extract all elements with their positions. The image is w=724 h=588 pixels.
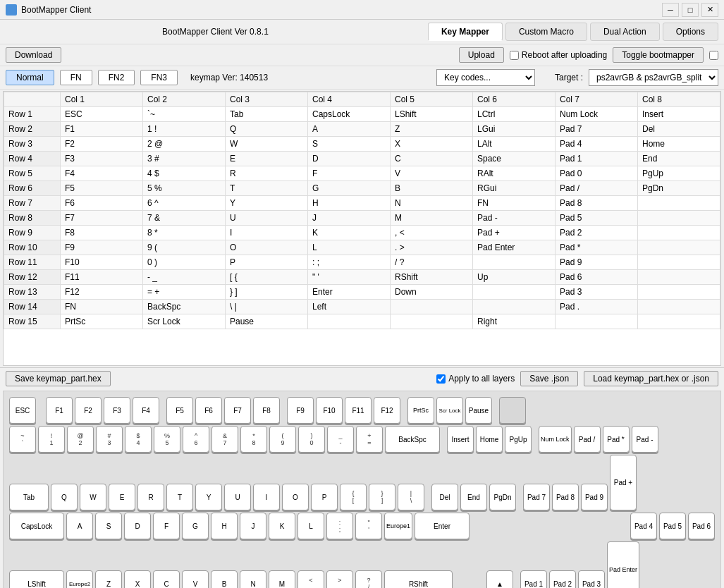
key-pgup[interactable]: PgUp bbox=[505, 426, 532, 453]
key-9[interactable]: (9 bbox=[269, 426, 296, 453]
table-cell[interactable]: F3 bbox=[61, 152, 143, 166]
table-cell[interactable] bbox=[638, 270, 720, 285]
key-europe2[interactable]: Europe2 bbox=[66, 570, 93, 588]
key-x[interactable]: X bbox=[124, 570, 151, 588]
table-cell[interactable] bbox=[473, 285, 556, 300]
table-cell[interactable]: L bbox=[308, 240, 391, 255]
table-cell[interactable]: Enter bbox=[308, 285, 391, 300]
table-cell[interactable]: Pad 7 bbox=[556, 122, 638, 137]
table-cell[interactable]: F4 bbox=[61, 166, 143, 181]
save-hex-button[interactable]: Save keymap_part.hex bbox=[6, 371, 111, 386]
table-cell[interactable]: Pad 9 bbox=[556, 255, 638, 270]
table-cell[interactable]: F9 bbox=[61, 240, 143, 255]
table-cell[interactable]: X bbox=[391, 137, 473, 152]
table-cell[interactable]: J bbox=[308, 211, 391, 226]
table-cell[interactable]: BackSpc bbox=[143, 300, 226, 314]
table-cell[interactable]: Pad 2 bbox=[556, 226, 638, 240]
key-rbracket[interactable]: }] bbox=[369, 484, 395, 510]
table-cell[interactable]: Pad + bbox=[473, 226, 556, 240]
minimize-button[interactable]: ─ bbox=[662, 3, 679, 17]
key-period[interactable]: >. bbox=[326, 570, 353, 588]
key-a[interactable]: A bbox=[66, 513, 93, 539]
key-pad-plus[interactable]: Pad + bbox=[610, 455, 637, 510]
table-cell[interactable]: B bbox=[391, 181, 473, 196]
key-k[interactable]: K bbox=[269, 513, 295, 539]
key-end[interactable]: End bbox=[460, 484, 487, 510]
key-y[interactable]: Y bbox=[195, 484, 222, 510]
table-cell[interactable] bbox=[473, 300, 556, 314]
tab-key-mapper[interactable]: Key Mapper bbox=[428, 23, 503, 41]
table-cell[interactable]: U bbox=[226, 211, 308, 226]
table-cell[interactable]: Space bbox=[473, 152, 556, 166]
key-pad6[interactable]: Pad 6 bbox=[688, 513, 715, 539]
key-0[interactable]: )0 bbox=[298, 426, 325, 453]
key-u[interactable]: U bbox=[224, 484, 251, 510]
table-cell[interactable]: F bbox=[308, 166, 391, 181]
tab-custom-macro[interactable]: Custom Macro bbox=[505, 23, 587, 41]
key-f9[interactable]: F9 bbox=[287, 397, 314, 424]
key-scrlock[interactable]: Scr Lock bbox=[436, 397, 463, 424]
target-select[interactable]: ps2avrGB & ps2avrGB_split bbox=[589, 69, 718, 86]
key-g[interactable]: G bbox=[182, 513, 209, 539]
layer-normal-button[interactable]: Normal bbox=[6, 70, 54, 85]
key-pgdn[interactable]: PgDn bbox=[489, 484, 516, 510]
key-backslash[interactable]: |\ bbox=[398, 484, 424, 510]
table-cell[interactable]: 1 ! bbox=[143, 122, 226, 137]
key-f5[interactable]: F5 bbox=[166, 397, 193, 424]
key-pad2[interactable]: Pad 2 bbox=[549, 570, 576, 588]
table-cell[interactable]: N bbox=[391, 196, 473, 211]
key-2[interactable]: @2 bbox=[67, 426, 94, 453]
key-europe1[interactable]: Europe1 bbox=[384, 513, 412, 539]
table-cell[interactable]: Y bbox=[226, 196, 308, 211]
key-d[interactable]: D bbox=[124, 513, 151, 539]
table-cell[interactable]: W bbox=[226, 137, 308, 152]
key-codes-select[interactable]: Key codes... bbox=[436, 69, 535, 86]
key-f10[interactable]: F10 bbox=[316, 397, 343, 424]
key-pad-minus[interactable]: Pad - bbox=[632, 426, 658, 453]
table-cell[interactable]: . > bbox=[391, 240, 473, 255]
toggle-checkbox[interactable] bbox=[709, 51, 718, 60]
table-cell[interactable]: F10 bbox=[61, 255, 143, 270]
table-cell[interactable]: Pad 8 bbox=[556, 196, 638, 211]
tab-options[interactable]: Options bbox=[663, 23, 718, 41]
table-cell[interactable]: F12 bbox=[61, 285, 143, 300]
key-p[interactable]: P bbox=[311, 484, 338, 510]
key-home[interactable]: Home bbox=[476, 426, 503, 453]
table-cell[interactable]: Q bbox=[226, 122, 308, 137]
table-cell[interactable]: F7 bbox=[61, 211, 143, 226]
table-cell[interactable]: F11 bbox=[61, 270, 143, 285]
key-r[interactable]: R bbox=[137, 484, 164, 510]
table-cell[interactable]: End bbox=[638, 152, 720, 166]
key-quote[interactable]: "' bbox=[355, 513, 382, 539]
table-cell[interactable] bbox=[391, 300, 473, 314]
key-o[interactable]: O bbox=[282, 484, 309, 510]
table-cell[interactable]: C bbox=[391, 152, 473, 166]
key-pad-enter[interactable]: Pad Enter bbox=[607, 541, 639, 588]
key-up[interactable]: ▲ bbox=[486, 570, 513, 588]
table-cell[interactable]: Pad 4 bbox=[556, 137, 638, 152]
key-1[interactable]: !1 bbox=[38, 426, 65, 453]
key-backspace[interactable]: BackSpc bbox=[385, 426, 440, 453]
key-pad5[interactable]: Pad 5 bbox=[659, 513, 686, 539]
table-cell[interactable] bbox=[638, 300, 720, 314]
key-f2[interactable]: F2 bbox=[75, 397, 102, 424]
table-cell[interactable]: F8 bbox=[61, 226, 143, 240]
layer-fn3-button[interactable]: FN3 bbox=[140, 70, 178, 85]
table-cell[interactable]: F2 bbox=[61, 137, 143, 152]
table-cell[interactable]: " ' bbox=[308, 270, 391, 285]
upload-button[interactable]: Upload bbox=[459, 47, 504, 63]
table-cell[interactable]: PrtSc bbox=[61, 314, 143, 329]
key-b[interactable]: B bbox=[211, 570, 238, 588]
table-cell[interactable]: H bbox=[308, 196, 391, 211]
table-cell[interactable] bbox=[638, 255, 720, 270]
table-cell[interactable]: 7 & bbox=[143, 211, 226, 226]
table-cell[interactable]: , < bbox=[391, 226, 473, 240]
table-cell[interactable] bbox=[638, 285, 720, 300]
table-cell[interactable]: Pad . bbox=[556, 300, 638, 314]
table-cell[interactable]: Pad 6 bbox=[556, 270, 638, 285]
table-cell[interactable]: S bbox=[308, 137, 391, 152]
key-5[interactable]: %5 bbox=[154, 426, 180, 453]
table-cell[interactable]: 6 ^ bbox=[143, 196, 226, 211]
key-pad7[interactable]: Pad 7 bbox=[523, 484, 550, 510]
table-cell[interactable]: O bbox=[226, 240, 308, 255]
